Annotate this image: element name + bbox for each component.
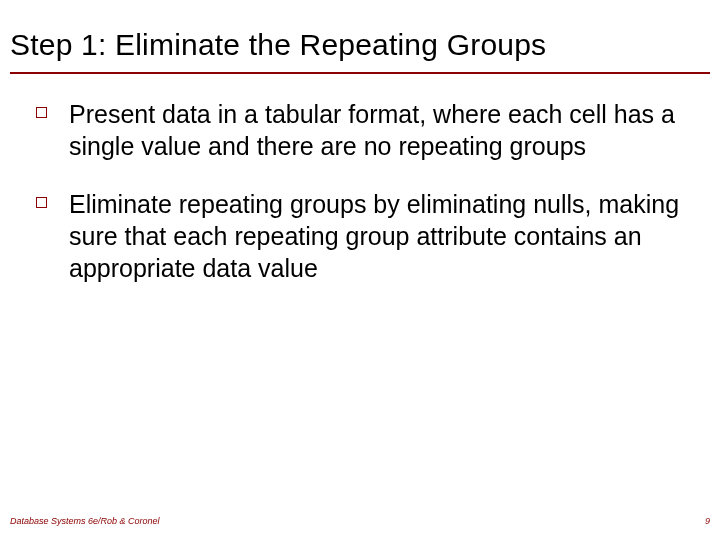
slide-title: Step 1: Eliminate the Repeating Groups bbox=[0, 0, 720, 68]
list-item: Present data in a tabular format, where … bbox=[36, 98, 684, 162]
footer-source: Database Systems 6e/Rob & Coronel bbox=[10, 516, 160, 526]
square-bullet-icon bbox=[36, 197, 47, 208]
slide: Step 1: Eliminate the Repeating Groups P… bbox=[0, 0, 720, 540]
footer: Database Systems 6e/Rob & Coronel 9 bbox=[10, 516, 710, 526]
content-area: Present data in a tabular format, where … bbox=[0, 74, 720, 284]
list-item: Eliminate repeating groups by eliminatin… bbox=[36, 188, 684, 284]
square-bullet-icon bbox=[36, 107, 47, 118]
page-number: 9 bbox=[705, 516, 710, 526]
bullet-text: Eliminate repeating groups by eliminatin… bbox=[69, 188, 684, 284]
bullet-text: Present data in a tabular format, where … bbox=[69, 98, 684, 162]
